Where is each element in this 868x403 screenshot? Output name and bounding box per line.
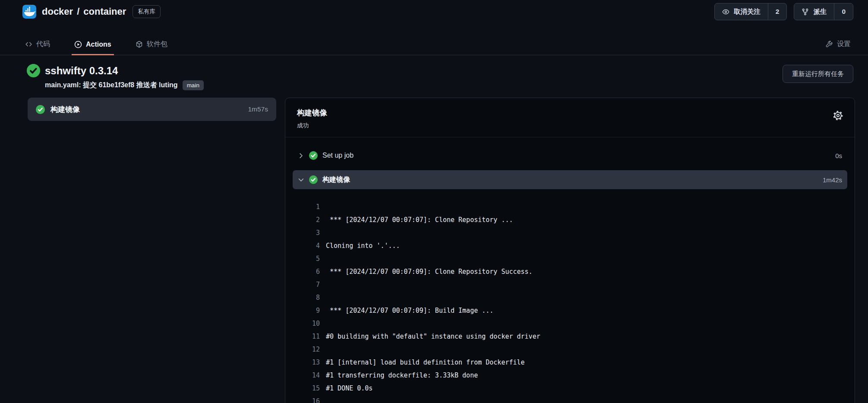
fork-icon <box>802 8 809 16</box>
step-list: Set up job 0s 构建镜像 1m42s 1 <box>285 137 855 403</box>
log-panel-header: 构建镜像 成功 <box>285 98 855 137</box>
log-line-number[interactable]: 16 <box>299 395 320 403</box>
log-line: 12 <box>299 343 847 356</box>
log-line-number[interactable]: 15 <box>299 382 320 395</box>
log-line-number[interactable]: 14 <box>299 369 320 382</box>
log-line-text: #0 building with "default" instance usin… <box>326 330 540 343</box>
log-line: 11 #0 building with "default" instance u… <box>299 330 847 343</box>
run-commit-meta: main.yaml: 提交 61be1f3ef8 推送者 luting <box>45 81 178 90</box>
log-line: 6 *** [2024/12/07 00:07:09]: Clone Repos… <box>299 265 847 278</box>
fork-label: 派生 <box>813 7 827 16</box>
eye-icon <box>722 8 729 16</box>
private-repo-badge: 私有库 <box>133 5 161 18</box>
step-row-build-image[interactable]: 构建镜像 1m42s <box>293 170 847 189</box>
log-panel-title: 构建镜像 <box>297 108 327 118</box>
step-success-icon <box>309 151 318 160</box>
code-icon <box>25 41 32 48</box>
log-line: 13 #1 [internal] load build definition f… <box>299 356 847 369</box>
workflow-run-header: sshwifty 0.3.14 main.yaml: 提交 61be1f3ef8… <box>0 55 868 90</box>
branch-badge[interactable]: main <box>183 80 204 90</box>
job-log-panel: 构建镜像 成功 Set up job <box>285 98 855 403</box>
step-name: Set up job <box>322 152 354 159</box>
log-line: 4 Cloning into '.'... <box>299 239 847 252</box>
repo-tab-bar: 代码 Actions 软件包 设置 <box>0 23 868 55</box>
log-line-text: #1 DONE 0.0s <box>326 382 372 395</box>
job-success-icon <box>36 105 45 114</box>
log-line-number[interactable]: 10 <box>299 317 320 330</box>
log-line: 1 <box>299 200 847 213</box>
log-line-number[interactable]: 3 <box>299 226 320 239</box>
log-panel-status: 成功 <box>297 122 327 130</box>
step-success-icon <box>309 175 318 184</box>
log-line: 16 <box>299 395 847 403</box>
gear-icon <box>833 110 843 121</box>
log-line: 2 *** [2024/12/07 00:07:07]: Clone Repos… <box>299 213 847 226</box>
fork-button[interactable]: 派生 0 <box>794 3 853 20</box>
log-line-number[interactable]: 5 <box>299 252 320 265</box>
repo-action-buttons: 取消关注 2 派生 0 <box>714 3 853 20</box>
log-line-text: *** [2024/12/07 00:07:09]: Clone Reposit… <box>326 265 533 278</box>
tab-actions-label: Actions <box>86 41 111 48</box>
log-line: 15 #1 DONE 0.0s <box>299 382 847 395</box>
play-circle-icon <box>74 41 82 48</box>
log-line-text: *** [2024/12/07 00:07:09]: Build Image .… <box>326 304 493 317</box>
tab-settings-label: 设置 <box>837 40 851 49</box>
unwatch-button[interactable]: 取消关注 2 <box>714 3 787 20</box>
log-line-number[interactable]: 6 <box>299 265 320 278</box>
log-line-number[interactable]: 9 <box>299 304 320 317</box>
tab-code-label: 代码 <box>36 40 50 49</box>
tab-packages[interactable]: 软件包 <box>133 35 170 55</box>
docker-repo-avatar-icon[interactable] <box>22 5 36 19</box>
step-name: 构建镜像 <box>322 175 350 184</box>
log-line-number[interactable]: 13 <box>299 356 320 369</box>
log-line-text: *** [2024/12/07 00:07:07]: Clone Reposit… <box>326 213 513 226</box>
log-line-number[interactable]: 12 <box>299 343 320 356</box>
job-duration: 1m57s <box>248 105 268 113</box>
step-duration: 1m42s <box>823 176 842 184</box>
watch-count[interactable]: 2 <box>768 3 787 20</box>
run-title: sshwifty 0.3.14 <box>45 65 118 77</box>
log-line: 3 <box>299 226 847 239</box>
log-line-number[interactable]: 7 <box>299 278 320 291</box>
repo-name-link[interactable]: container <box>83 6 126 17</box>
log-line: 14 #1 transferring dockerfile: 3.33kB do… <box>299 369 847 382</box>
log-line: 8 <box>299 291 847 304</box>
log-line-number[interactable]: 2 <box>299 213 320 226</box>
step-duration: 0s <box>835 152 842 159</box>
log-line-text: #1 [internal] load build definition from… <box>326 356 525 369</box>
repo-owner-link[interactable]: docker <box>42 6 73 17</box>
fork-count[interactable]: 0 <box>834 3 853 20</box>
log-line-text: Cloning into '.'... <box>326 239 400 252</box>
job-list-item-build-image[interactable]: 构建镜像 1m57s <box>28 98 276 121</box>
unwatch-label: 取消关注 <box>734 7 761 16</box>
repo-title: docker / container <box>42 6 126 17</box>
log-line-number[interactable]: 11 <box>299 330 320 343</box>
job-list: 构建镜像 1m57s <box>28 98 276 121</box>
run-content: 构建镜像 1m57s 构建镜像 成功 <box>0 90 868 403</box>
tab-actions[interactable]: Actions <box>72 35 114 55</box>
log-line-text: #1 transferring dockerfile: 3.33kB done <box>326 369 478 382</box>
log-line: 7 <box>299 278 847 291</box>
log-line-number[interactable]: 1 <box>299 200 320 213</box>
log-line: 5 <box>299 252 847 265</box>
package-icon <box>136 41 143 48</box>
log-line-number[interactable]: 8 <box>299 291 320 304</box>
wrench-icon <box>826 41 833 48</box>
chevron-right-icon <box>298 152 304 159</box>
repo-separator: / <box>77 6 79 17</box>
rerun-all-jobs-button[interactable]: 重新运行所有任务 <box>783 65 853 83</box>
repo-header: docker / container 私有库 取消关注 2 派生 <box>0 0 868 23</box>
step-log-output: 1 2 *** [2024/12/07 00:07:07]: Clone Rep… <box>293 194 847 403</box>
tab-settings[interactable]: 设置 <box>823 35 853 55</box>
log-line: 9 *** [2024/12/07 00:07:09]: Build Image… <box>299 304 847 317</box>
log-line-number[interactable]: 4 <box>299 239 320 252</box>
chevron-down-icon <box>298 177 304 183</box>
run-info: sshwifty 0.3.14 main.yaml: 提交 61be1f3ef8… <box>27 64 204 90</box>
run-success-icon <box>27 64 40 77</box>
log-settings-button[interactable] <box>833 110 843 121</box>
job-name: 构建镜像 <box>51 105 80 114</box>
step-row-setup-job[interactable]: Set up job 0s <box>293 146 847 165</box>
log-line: 10 <box>299 317 847 330</box>
tab-packages-label: 软件包 <box>147 40 167 49</box>
tab-code[interactable]: 代码 <box>22 35 53 55</box>
